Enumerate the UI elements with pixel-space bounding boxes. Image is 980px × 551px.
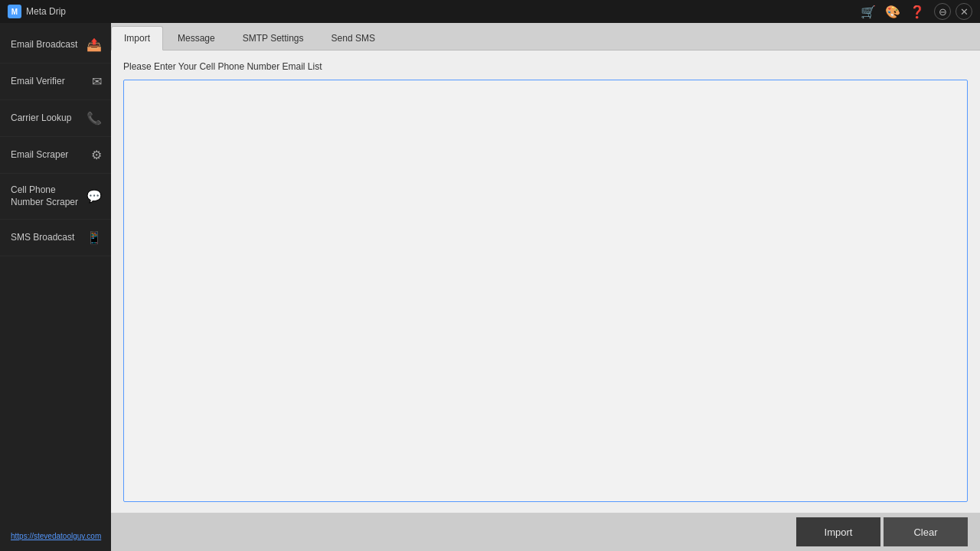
cell-phone-scraper-icon: 💬 [87,189,102,204]
sidebar-label-email-scraper: Email Scraper [11,149,87,161]
tab-send-sms[interactable]: Send SMS [318,26,388,50]
sidebar-label-carrier-lookup: Carrier Lookup [11,112,82,125]
sidebar-footer: https://stevedatoolguy.com [0,519,111,551]
close-button[interactable]: ✕ [956,3,972,20]
sms-broadcast-icon: 📱 [87,230,102,245]
sidebar-label-email-broadcast: Email Broadcast [11,39,82,51]
app-title: Meta Drip [26,6,66,17]
email-broadcast-icon: 📤 [87,37,102,52]
inner-content: Please Enter Your Cell Phone Number Emai… [111,51,980,513]
sidebar-item-email-scraper[interactable]: Email Scraper ⚙ [0,137,111,174]
tab-message[interactable]: Message [165,26,228,50]
main-layout: Email Broadcast 📤 Email Verifier ✉ Carri… [0,23,980,551]
clear-button[interactable]: Clear [884,517,968,546]
app-logo: M [8,5,21,18]
phone-email-list-textarea[interactable] [124,80,967,501]
sidebar-item-email-verifier[interactable]: Email Verifier ✉ [0,64,111,100]
settings-icon[interactable]: 🎨 [885,5,900,19]
sidebar: Email Broadcast 📤 Email Verifier ✉ Carri… [0,23,111,551]
sidebar-item-cell-phone-number-scraper[interactable]: Cell Phone Number Scraper 💬 [0,174,111,220]
sidebar-item-email-broadcast[interactable]: Email Broadcast 📤 [0,27,111,64]
import-button[interactable]: Import [796,517,880,546]
content-instruction-label: Please Enter Your Cell Phone Number Emai… [123,61,968,72]
minimize-button[interactable]: ⊖ [934,3,951,20]
bottom-bar: Import Clear [111,513,980,551]
title-bar-right: 🛒 🎨 ❓ ⊖ ✕ [861,3,972,20]
footer-link[interactable]: https://stevedatoolguy.com [11,532,101,540]
sidebar-label-cell-phone-number-scraper: Cell Phone Number Scraper [11,184,82,208]
sidebar-label-email-verifier: Email Verifier [11,76,87,88]
carrier-lookup-icon: 📞 [87,111,102,126]
sidebar-item-sms-broadcast[interactable]: SMS Broadcast 📱 [0,220,111,256]
window-controls: ⊖ ✕ [934,3,972,20]
content-area: Import Message SMTP Settings Send SMS Pl… [111,23,980,551]
title-bar-left: M Meta Drip [8,5,66,18]
tab-bar: Import Message SMTP Settings Send SMS [111,23,980,51]
title-bar: M Meta Drip 🛒 🎨 ❓ ⊖ ✕ [0,0,980,23]
help-icon[interactable]: ❓ [910,5,925,19]
textarea-container [123,80,968,502]
email-verifier-icon: ✉ [92,74,102,89]
tab-smtp-settings[interactable]: SMTP Settings [230,26,317,50]
tab-import[interactable]: Import [111,26,163,51]
cart-icon[interactable]: 🛒 [861,5,876,19]
email-scraper-icon: ⚙ [91,148,102,162]
sidebar-label-sms-broadcast: SMS Broadcast [11,232,82,244]
sidebar-item-carrier-lookup[interactable]: Carrier Lookup 📞 [0,100,111,137]
